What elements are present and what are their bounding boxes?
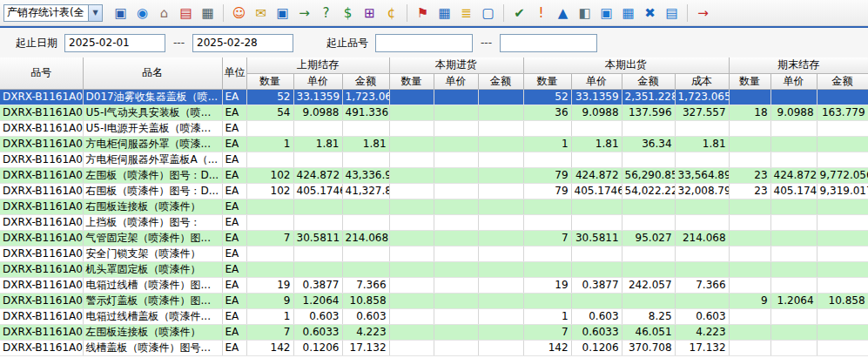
cell-value xyxy=(434,340,478,355)
cell-value xyxy=(622,261,675,277)
table-row[interactable]: DXRX-B1161A0...警示灯盖板（喷漆件）图...EA91.206410… xyxy=(0,293,868,308)
report-type-dropdown[interactable]: 产销存统计表(全 ▼ xyxy=(3,4,103,22)
table-row[interactable]: DXRX-B1161A0...电箱过线槽盖板（喷漆件...EA10.6030.6… xyxy=(0,308,868,324)
sub-col-header-3-1[interactable]: 单价 xyxy=(770,73,817,89)
cell-value: 102 xyxy=(246,183,293,199)
cell-value: 19 xyxy=(246,277,293,293)
date-from-input[interactable] xyxy=(64,34,165,52)
cell-value: 137.596 xyxy=(622,105,675,120)
factory-icon[interactable]: ◧ xyxy=(574,3,595,24)
cell-value xyxy=(770,340,817,355)
sub-col-header-0-2[interactable]: 金额 xyxy=(342,73,389,89)
table-row[interactable]: DXRX-B1161A0...电箱过线槽（喷漆件）图...EA190.38777… xyxy=(0,277,868,293)
mail-icon[interactable]: ✉ xyxy=(250,3,272,24)
sub-col-header-0-0[interactable]: 数量 xyxy=(246,73,293,89)
home-icon[interactable]: ⌂ xyxy=(153,3,175,24)
sub-col-header-2-2[interactable]: 金额 xyxy=(622,73,675,89)
exit-icon[interactable]: → xyxy=(692,3,714,24)
cell-item-name: 方电柜伺服器外罩（喷漆... xyxy=(83,136,222,152)
users-icon[interactable]: ☺ xyxy=(228,3,250,24)
table-row[interactable]: DXRX-B1161A0...U5-I电源开关盖板（喷漆...EA xyxy=(0,120,868,136)
check-icon[interactable]: ✔ xyxy=(508,3,530,24)
cell-unit: EA xyxy=(222,324,246,340)
inventory-table: 品号 品名 单位 上期结存 本期进货 本期出货 期末结存 数量单价金额数量单价金… xyxy=(0,57,868,356)
database-icon[interactable]: ≣ xyxy=(455,3,477,24)
cell-value: 19 xyxy=(523,277,571,293)
col-header-unit[interactable]: 单位 xyxy=(222,57,246,89)
table-icon[interactable]: ▦ xyxy=(434,3,455,24)
sub-col-header-2-3[interactable]: 成本 xyxy=(675,73,729,89)
cell-value: 1.81 xyxy=(571,136,622,152)
cell-value: 0.603 xyxy=(293,308,342,324)
table-row[interactable]: DXRX-B1161A0...上挡板（喷漆件）图号：EA xyxy=(0,214,868,230)
table-row[interactable]: DXRX-B1161A0...右围板（喷漆件）图号：D...EA102405.1… xyxy=(0,183,868,199)
sub-col-header-2-1[interactable]: 单价 xyxy=(571,73,622,89)
table-row[interactable]: DXRX-B1161A0...线槽盖板（喷漆件）图号...EA1420.1206… xyxy=(0,340,868,355)
printer-icon[interactable]: ▤ xyxy=(175,3,197,24)
col-group-purchases[interactable]: 本期进货 xyxy=(389,57,523,73)
cell-value: 2,351.228 xyxy=(622,89,675,105)
cell-value: 9.0988 xyxy=(293,105,342,120)
alert-icon[interactable]: ! xyxy=(530,3,552,24)
cell-value xyxy=(478,214,523,230)
table-row[interactable]: DXRX-B1161A0...U5-I气动夹具安装板（喷...EA549.098… xyxy=(0,105,868,120)
date-range-separator: --- xyxy=(173,37,185,49)
cell-unit: EA xyxy=(222,277,246,293)
sub-col-header-1-2[interactable]: 金额 xyxy=(478,73,523,89)
sub-col-header-1-0[interactable]: 数量 xyxy=(389,73,434,89)
flag-icon[interactable]: ⚑ xyxy=(412,3,434,24)
table-row[interactable]: DXRX-B1161A0...右围板连接板（喷漆件）EA xyxy=(0,199,868,214)
close-icon[interactable]: ✖ xyxy=(639,3,661,24)
table-row[interactable]: DXRX-B1161A0...左围板（喷漆件）图号：D...EA102424.8… xyxy=(0,167,868,183)
cell-value xyxy=(246,261,293,277)
save-icon[interactable]: ▣ xyxy=(272,3,293,24)
report-type-value: 产销存统计表(全 xyxy=(7,5,88,20)
app-window: 产销存统计表(全 ▼ ▣◉⌂▤▦☺✉▣→?$⊞¢⚑▦≣▢✔!▲◧▣▦✖▤→ 起止… xyxy=(0,0,868,358)
help-icon[interactable]: ? xyxy=(315,3,337,24)
item-to-input[interactable] xyxy=(500,34,597,52)
grid-icon[interactable]: ▦ xyxy=(617,3,639,24)
col-header-item-no[interactable]: 品号 xyxy=(0,57,83,89)
item-range-separator: --- xyxy=(481,37,492,49)
date-to-input[interactable] xyxy=(192,34,293,52)
cell-value: 30.5811 xyxy=(293,230,342,246)
table-row[interactable]: DXRX-B1161A0...机头罩固定板（喷漆件）EA xyxy=(0,261,868,277)
sub-col-header-3-0[interactable]: 数量 xyxy=(729,73,770,89)
table-row[interactable]: DXRX-B1161A0...方电柜伺服器外罩（喷漆...EA11.811.81… xyxy=(0,136,868,152)
item-from-input[interactable] xyxy=(375,34,473,52)
table-row[interactable]: DXRX-B1161A0...气管固定架（喷漆件）图...EA730.58112… xyxy=(0,230,868,246)
cell-item-no: DXRX-B1161A0... xyxy=(0,152,83,167)
chevron-down-icon[interactable]: ▼ xyxy=(88,5,102,21)
dollar-icon[interactable]: $ xyxy=(337,3,359,24)
screen-icon[interactable]: ▣ xyxy=(595,3,617,24)
table-row[interactable]: DXRX-B1161A0...安全门锁支架（喷漆件）EA xyxy=(0,246,868,261)
col-header-item-name[interactable]: 品名 xyxy=(83,57,222,89)
sub-col-header-3-2[interactable]: 金额 xyxy=(817,73,868,89)
calculator-icon[interactable]: ▦ xyxy=(197,3,219,24)
cell-value: 36.34 xyxy=(622,136,675,152)
cell-item-no: DXRX-B1161A0... xyxy=(0,324,83,340)
table-row[interactable]: DXRX-B1161A0...方电柜伺服器外罩盖板A（...EA xyxy=(0,152,868,167)
sub-col-header-1-1[interactable]: 单价 xyxy=(434,73,478,89)
window-icon[interactable]: ▢ xyxy=(477,3,499,24)
forward-icon[interactable]: → xyxy=(293,3,315,24)
cell-value xyxy=(675,261,729,277)
table-row[interactable]: DXRX-B1161A0...D017油雾收集器盖板（喷...EA5233.13… xyxy=(0,89,868,105)
cell-value xyxy=(571,120,622,136)
coins-icon[interactable]: ¢ xyxy=(380,3,402,24)
cell-value xyxy=(523,293,571,308)
cell-value: 0.603 xyxy=(675,308,729,324)
monitor-icon[interactable]: ▣ xyxy=(110,3,131,24)
cart-icon[interactable]: ⊞ xyxy=(359,3,380,24)
sub-col-header-2-0[interactable]: 数量 xyxy=(523,73,571,89)
sub-col-header-0-1[interactable]: 单价 xyxy=(293,73,342,89)
chart-icon[interactable]: ▲ xyxy=(552,3,574,24)
table-row[interactable]: DXRX-B1161A0...左围板连接板（喷漆件）EA70.60334.223… xyxy=(0,324,868,340)
globe-icon[interactable]: ◉ xyxy=(131,3,153,24)
col-group-end-balance[interactable]: 期末结存 xyxy=(729,57,868,73)
col-group-prev-balance[interactable]: 上期结存 xyxy=(246,57,389,73)
print-preview-icon[interactable]: ▤ xyxy=(661,3,683,24)
cell-value xyxy=(389,324,434,340)
col-group-shipments[interactable]: 本期出货 xyxy=(523,57,729,73)
cell-value xyxy=(434,277,478,293)
